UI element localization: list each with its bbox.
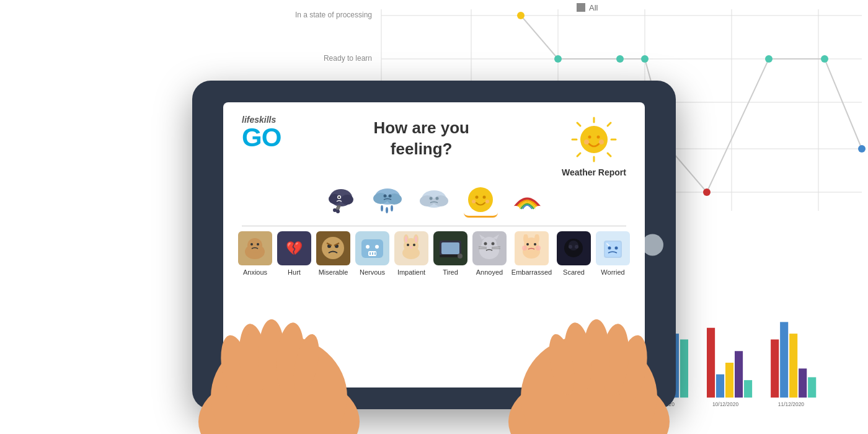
svg-point-91 bbox=[247, 238, 262, 253]
svg-point-85 bbox=[483, 196, 486, 199]
section-divider bbox=[242, 226, 626, 226]
svg-rect-116 bbox=[441, 242, 459, 254]
svg-point-92 bbox=[250, 243, 253, 246]
rainbow-icon bbox=[510, 185, 544, 216]
svg-point-118 bbox=[458, 254, 463, 259]
scared-icon bbox=[560, 234, 588, 262]
svg-point-145 bbox=[615, 247, 618, 250]
embarrassed-icon bbox=[518, 234, 546, 262]
question-text: How are you feeling? bbox=[373, 118, 469, 160]
svg-point-141 bbox=[569, 241, 578, 250]
emotion-sunny[interactable] bbox=[464, 184, 498, 218]
svg-line-54 bbox=[577, 153, 580, 156]
stormy-icon bbox=[326, 187, 356, 215]
svg-text:All: All bbox=[589, 3, 598, 12]
rainy-icon bbox=[371, 185, 405, 216]
tablet-camera bbox=[642, 234, 663, 256]
sun-icon bbox=[569, 115, 619, 164]
svg-point-67 bbox=[336, 210, 340, 213]
impatient-icon bbox=[397, 234, 425, 262]
logo-area: lifeskills GO bbox=[242, 115, 281, 151]
svg-point-84 bbox=[476, 196, 479, 199]
svg-point-93 bbox=[257, 243, 259, 246]
svg-line-51 bbox=[577, 123, 580, 126]
svg-rect-42 bbox=[780, 322, 788, 397]
svg-point-71 bbox=[373, 193, 388, 204]
svg-point-134 bbox=[534, 243, 536, 246]
svg-point-82 bbox=[435, 197, 438, 200]
svg-point-110 bbox=[405, 236, 407, 242]
svg-point-62 bbox=[341, 195, 353, 205]
nervous-icon bbox=[358, 234, 386, 262]
svg-point-89 bbox=[535, 206, 544, 211]
svg-point-22 bbox=[821, 55, 828, 63]
svg-point-112 bbox=[407, 244, 409, 246]
emotion-icons-top bbox=[242, 184, 626, 218]
svg-point-133 bbox=[526, 243, 529, 246]
sunny-emoji-icon bbox=[465, 184, 496, 215]
logo-go-text: GO bbox=[242, 125, 281, 151]
emotion-rainbow[interactable] bbox=[510, 184, 544, 218]
question-area: How are you feeling? bbox=[373, 118, 469, 160]
svg-point-80 bbox=[433, 195, 448, 206]
emotion-stormy[interactable] bbox=[324, 184, 358, 218]
svg-rect-103 bbox=[370, 252, 371, 255]
svg-point-69 bbox=[339, 197, 340, 198]
app-header: lifeskills GO How are you feeling? bbox=[242, 115, 626, 177]
svg-text:💔: 💔 bbox=[286, 240, 303, 257]
svg-point-124 bbox=[492, 242, 495, 246]
svg-text:11/12/2020: 11/12/2020 bbox=[778, 401, 804, 407]
cloudy-icon bbox=[417, 187, 451, 215]
svg-rect-105 bbox=[374, 252, 376, 255]
svg-point-114 bbox=[410, 246, 412, 249]
svg-point-101 bbox=[375, 245, 379, 249]
svg-point-17 bbox=[616, 55, 624, 63]
anxious-icon bbox=[241, 234, 269, 262]
svg-rect-36 bbox=[716, 374, 724, 398]
svg-point-86 bbox=[472, 200, 476, 203]
svg-rect-37 bbox=[725, 363, 733, 397]
miserable-icon bbox=[319, 234, 347, 262]
weather-report-widget[interactable]: Weather Report bbox=[562, 115, 626, 177]
svg-point-135 bbox=[522, 246, 527, 250]
svg-rect-45 bbox=[808, 377, 816, 397]
hands bbox=[155, 260, 713, 434]
emotion-rainy[interactable] bbox=[371, 184, 405, 218]
svg-point-123 bbox=[484, 242, 487, 246]
svg-rect-38 bbox=[735, 351, 743, 397]
svg-point-18 bbox=[641, 55, 649, 63]
svg-point-56 bbox=[588, 136, 591, 139]
svg-text:Ready to learn: Ready to learn bbox=[324, 54, 372, 63]
svg-point-96 bbox=[322, 237, 344, 259]
svg-point-136 bbox=[536, 246, 541, 250]
svg-point-15 bbox=[517, 12, 525, 19]
svg-rect-39 bbox=[744, 380, 752, 397]
svg-point-59 bbox=[599, 140, 604, 144]
svg-point-83 bbox=[468, 187, 493, 212]
svg-text:10/12/2020: 10/12/2020 bbox=[712, 401, 738, 407]
svg-point-88 bbox=[511, 206, 520, 211]
svg-rect-104 bbox=[372, 252, 373, 255]
tired-icon bbox=[436, 234, 464, 262]
svg-point-77 bbox=[388, 194, 391, 197]
svg-point-55 bbox=[580, 126, 608, 153]
svg-point-87 bbox=[485, 200, 489, 203]
svg-rect-44 bbox=[799, 368, 807, 397]
svg-point-20 bbox=[703, 188, 711, 196]
annoyed-icon bbox=[476, 234, 503, 262]
svg-point-75 bbox=[391, 205, 393, 211]
svg-point-111 bbox=[415, 236, 417, 242]
svg-rect-13 bbox=[577, 3, 585, 12]
worried-icon bbox=[599, 234, 627, 262]
hurt-icon: 💔 bbox=[280, 234, 308, 262]
svg-point-81 bbox=[429, 197, 432, 200]
svg-point-58 bbox=[584, 140, 589, 144]
svg-point-73 bbox=[381, 205, 383, 211]
svg-point-57 bbox=[596, 136, 600, 139]
svg-point-74 bbox=[386, 207, 388, 213]
svg-point-23 bbox=[858, 145, 866, 153]
svg-point-21 bbox=[765, 55, 773, 63]
svg-point-79 bbox=[420, 195, 435, 206]
emotion-cloudy[interactable] bbox=[417, 184, 451, 218]
svg-point-113 bbox=[413, 244, 415, 246]
